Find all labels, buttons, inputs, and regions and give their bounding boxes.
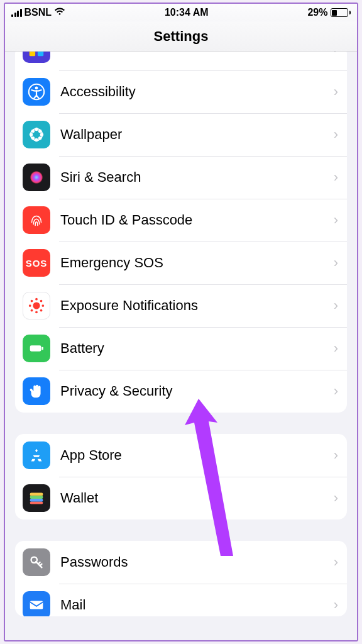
- row-label: Battery: [60, 340, 334, 357]
- app-store-icon: [23, 441, 50, 469]
- svg-point-15: [30, 171, 43, 184]
- row-emergency-sos[interactable]: SOS Emergency SOS ›: [15, 242, 347, 284]
- battery-icon: [331, 8, 351, 17]
- svg-rect-32: [30, 601, 43, 609]
- row-label: App Store: [60, 447, 334, 464]
- row-touch-id[interactable]: Touch ID & Passcode ›: [15, 199, 347, 242]
- row-label: Passwords: [60, 554, 334, 570]
- svg-point-16: [33, 302, 40, 309]
- svg-rect-3: [38, 52, 43, 56]
- chevron-right-icon: ›: [334, 212, 338, 228]
- row-label: Accessibility: [60, 84, 334, 100]
- home-screen-icon: [23, 52, 50, 63]
- svg-point-24: [31, 300, 33, 303]
- row-label: Wallpaper: [60, 126, 334, 143]
- chevron-right-icon: ›: [334, 297, 338, 314]
- row-mail[interactable]: Mail ›: [15, 584, 347, 616]
- svg-rect-2: [30, 52, 35, 56]
- svg-point-12: [39, 137, 41, 140]
- chevron-right-icon: ›: [334, 84, 338, 100]
- chevron-right-icon: ›: [334, 447, 338, 464]
- settings-scroll[interactable]: Home Screen › Accessibility › Wallpaper …: [5, 52, 357, 640]
- settings-group-general: Home Screen › Accessibility › Wallpaper …: [15, 52, 347, 413]
- row-label: Emergency SOS: [60, 255, 334, 271]
- svg-point-5: [35, 86, 38, 89]
- row-label: Exposure Notifications: [60, 297, 334, 314]
- signal-icon: [11, 8, 22, 17]
- row-label: Mail: [60, 597, 334, 613]
- fingerprint-icon: [23, 206, 50, 234]
- chevron-right-icon: ›: [334, 52, 338, 57]
- svg-point-9: [35, 139, 38, 142]
- svg-point-22: [40, 309, 43, 312]
- wallpaper-icon: [23, 121, 50, 148]
- svg-point-23: [31, 309, 33, 312]
- svg-point-21: [40, 300, 43, 303]
- row-wallpaper[interactable]: Wallpaper ›: [15, 113, 347, 156]
- row-privacy-security[interactable]: Privacy & Security ›: [15, 370, 347, 413]
- row-label: Wallet: [60, 490, 334, 506]
- row-home-screen[interactable]: Home Screen ›: [15, 52, 347, 70]
- chevron-right-icon: ›: [334, 490, 338, 506]
- nav-bar: Settings: [5, 21, 357, 52]
- wifi-icon: [54, 7, 65, 18]
- row-passwords[interactable]: Passwords ›: [15, 541, 347, 584]
- row-label: Siri & Search: [60, 169, 334, 186]
- sos-icon: SOS: [23, 249, 50, 277]
- page-title: Settings: [154, 28, 209, 45]
- row-app-store[interactable]: App Store ›: [15, 434, 347, 477]
- row-label: Touch ID & Passcode: [60, 212, 334, 228]
- svg-point-19: [35, 311, 38, 313]
- accessibility-icon: [23, 78, 50, 106]
- wallet-icon: [23, 484, 50, 512]
- svg-point-14: [32, 130, 35, 133]
- svg-rect-28: [30, 496, 43, 499]
- chevron-right-icon: ›: [334, 169, 338, 186]
- row-battery[interactable]: Battery ›: [15, 327, 347, 370]
- battery-pct: 29%: [307, 7, 327, 18]
- row-siri-search[interactable]: Siri & Search ›: [15, 156, 347, 199]
- svg-point-18: [41, 304, 44, 307]
- svg-point-7: [35, 128, 38, 131]
- clock: 10:34 AM: [165, 7, 209, 18]
- svg-rect-26: [41, 347, 43, 350]
- chevron-right-icon: ›: [334, 255, 338, 271]
- svg-point-17: [35, 298, 38, 301]
- battery-icon: [23, 335, 50, 362]
- svg-rect-25: [30, 345, 41, 351]
- row-accessibility[interactable]: Accessibility ›: [15, 70, 347, 113]
- svg-rect-27: [30, 493, 43, 496]
- svg-point-13: [32, 137, 35, 140]
- row-wallet[interactable]: Wallet ›: [15, 477, 347, 519]
- chevron-right-icon: ›: [334, 597, 338, 613]
- row-exposure-notifications[interactable]: Exposure Notifications ›: [15, 284, 347, 327]
- mail-icon: [23, 591, 50, 616]
- chevron-right-icon: ›: [334, 126, 338, 143]
- siri-icon: [23, 164, 50, 191]
- svg-point-20: [29, 304, 31, 307]
- exposure-icon: [23, 292, 50, 319]
- status-bar: BSNL 10:34 AM 29%: [5, 4, 357, 21]
- chevron-right-icon: ›: [334, 340, 338, 357]
- svg-rect-29: [30, 499, 43, 502]
- chevron-right-icon: ›: [334, 383, 338, 399]
- settings-group-accounts: Passwords › Mail ›: [15, 541, 347, 616]
- row-label: Privacy & Security: [60, 383, 334, 399]
- chevron-right-icon: ›: [334, 554, 338, 570]
- svg-rect-30: [30, 502, 43, 504]
- settings-group-store: App Store › Wallet ›: [15, 434, 347, 519]
- svg-point-11: [39, 130, 41, 133]
- svg-point-8: [41, 133, 43, 136]
- key-icon: [23, 548, 50, 576]
- svg-point-10: [30, 133, 33, 136]
- hand-privacy-icon: [23, 377, 50, 405]
- carrier-label: BSNL: [25, 7, 52, 18]
